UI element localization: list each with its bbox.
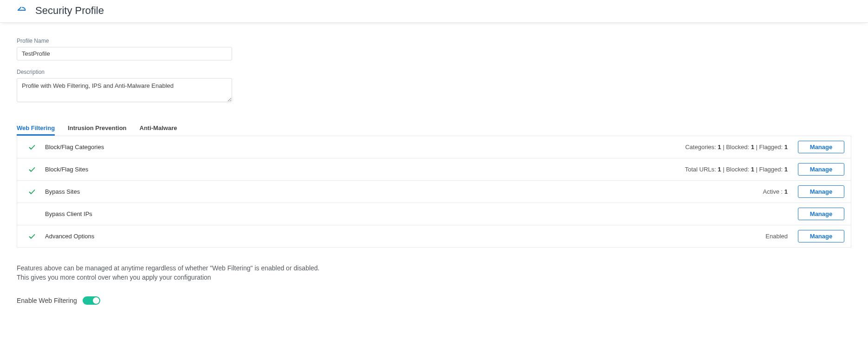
enable-web-filtering-toggle[interactable] <box>83 296 100 305</box>
check-icon <box>24 166 40 173</box>
enable-web-filtering-label: Enable Web Filtering <box>17 297 77 304</box>
help-line-1: Features above can be managed at anytime… <box>17 263 851 273</box>
manage-button[interactable]: Manage <box>798 141 844 153</box>
tab-anti-malware[interactable]: Anti-Malware <box>140 121 177 135</box>
content-area: Profile Name Description Profile with We… <box>0 23 868 318</box>
profile-name-label: Profile Name <box>17 38 851 44</box>
description-label: Description <box>17 69 851 75</box>
profile-name-input[interactable] <box>17 47 232 60</box>
row-block-flag-sites: Block/Flag Sites Total URLs: 1 | Blocked… <box>17 158 851 181</box>
manage-button[interactable]: Manage <box>798 163 844 176</box>
row-summary: Active : 1 <box>763 188 788 195</box>
row-title: Bypass Sites <box>45 188 80 195</box>
check-icon <box>24 188 40 196</box>
row-title: Block/Flag Sites <box>45 166 88 173</box>
manage-button[interactable]: Manage <box>798 185 844 198</box>
tab-bar: Web Filtering Intrusion Prevention Anti-… <box>17 121 851 136</box>
row-title: Bypass Client IPs <box>45 210 92 217</box>
help-line-2: This gives you more control over when yo… <box>17 273 851 282</box>
row-summary: Categories: 1 | Blocked: 1 | Flagged: 1 <box>685 144 788 151</box>
row-title: Block/Flag Categories <box>45 144 104 151</box>
check-icon <box>24 144 40 151</box>
help-text: Features above can be managed at anytime… <box>17 263 851 282</box>
enable-toggle-row: Enable Web Filtering <box>17 296 851 305</box>
row-block-flag-categories: Block/Flag Categories Categories: 1 | Bl… <box>17 136 851 158</box>
page-header: Security Profile <box>0 0 868 23</box>
manage-button[interactable]: Manage <box>798 230 844 242</box>
row-summary: Total URLs: 1 | Blocked: 1 | Flagged: 1 <box>685 166 788 173</box>
row-bypass-sites: Bypass Sites Active : 1 Manage <box>17 181 851 203</box>
row-title: Advanced Options <box>45 233 94 240</box>
tab-web-filtering[interactable]: Web Filtering <box>17 121 55 135</box>
manage-button[interactable]: Manage <box>798 208 844 220</box>
row-advanced-options: Advanced Options Enabled Manage <box>17 225 851 247</box>
row-summary: Enabled <box>765 233 788 240</box>
description-textarea[interactable]: Profile with Web Filtering, IPS and Anti… <box>17 78 232 102</box>
row-bypass-client-ips: Bypass Client IPs Manage <box>17 203 851 225</box>
back-arrow-icon[interactable] <box>17 6 27 16</box>
page-title: Security Profile <box>35 5 104 17</box>
tab-intrusion-prevention[interactable]: Intrusion Prevention <box>68 121 126 135</box>
toggle-knob <box>93 297 99 304</box>
feature-rows: Block/Flag Categories Categories: 1 | Bl… <box>17 136 851 248</box>
check-icon <box>24 233 40 240</box>
